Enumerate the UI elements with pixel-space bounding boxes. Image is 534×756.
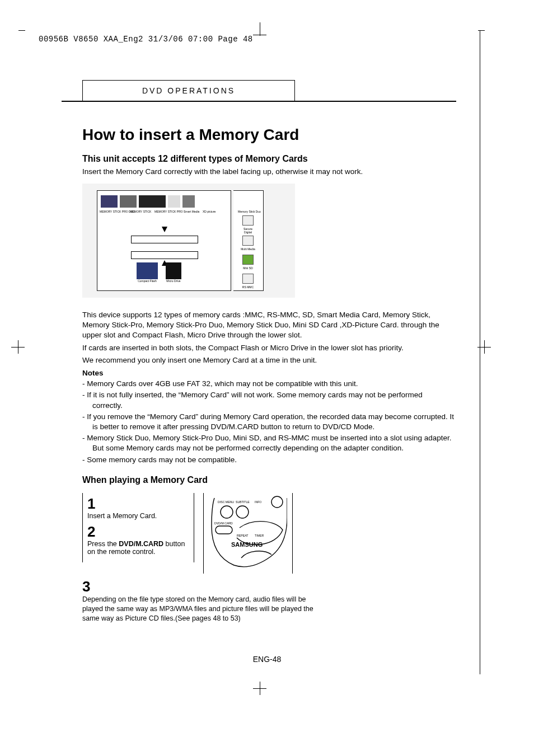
note-item: Memory Cards over 4GB use FAT 32, which … — [82, 379, 455, 389]
card-icon — [168, 195, 180, 208]
arrow-down-icon — [162, 227, 167, 232]
card-label: MEMORY STICK PRO — [154, 210, 183, 213]
notes-heading: Notes — [82, 369, 455, 377]
memory-card-slots-figure: MEMORY STICK PRO DUO MEMORY STICK MEMORY… — [82, 184, 295, 298]
section-tab-label: DVD OPERATIONS — [142, 86, 235, 95]
upper-slot — [131, 236, 198, 243]
remote-label-info: INFO — [255, 500, 261, 504]
card-label: Mini SD — [243, 266, 253, 270]
card-label: XD picture — [203, 210, 216, 213]
play-heading: When playing a Memory Card — [82, 475, 455, 485]
steps-12-box: 1 Insert a Memory Card. 2 Press the DVD/… — [82, 493, 194, 562]
note-item: If it is not fully inserted, the “Memory… — [82, 390, 455, 410]
svg-point-1 — [221, 506, 233, 518]
section-divider — [62, 101, 456, 102]
body-paragraph: We recommend you only insert one Memory … — [82, 355, 455, 365]
lower-slot — [131, 251, 198, 259]
step-2-bold: DVD/M.CARD — [119, 540, 163, 548]
steps-row: 1 Insert a Memory Card. 2 Press the DVD/… — [82, 493, 455, 574]
svg-rect-4 — [216, 526, 232, 534]
slot-panel: MEMORY STICK PRO DUO MEMORY STICK MEMORY… — [97, 190, 231, 291]
step-number-3: 3 — [82, 579, 317, 594]
card-icon-row — [101, 195, 227, 208]
intro-text: Insert the Memory Card correctly with th… — [82, 167, 455, 176]
step-1-text: Insert a Memory Card. — [87, 512, 189, 520]
trim-tick-left — [18, 30, 25, 31]
section-tab: DVD OPERATIONS — [82, 80, 295, 101]
step-number-1: 1 — [87, 496, 189, 511]
micro-drive-icon — [166, 262, 181, 279]
card-label: Micro Drive — [166, 279, 181, 283]
step-2-text: Press the DVD/M.CARD button on the remot… — [87, 540, 189, 556]
mmc-card-icon — [242, 236, 254, 246]
card-label: Multi Media — [241, 247, 255, 251]
card-label: Smart Media — [184, 210, 199, 213]
page-content: How to insert a Memory Card This unit ac… — [82, 126, 455, 623]
step-3-text: Depending on the file type stored on the… — [82, 595, 317, 623]
prepress-header: 00956B V8650 XAA_Eng2 31/3/06 07:00 Page… — [39, 35, 253, 44]
minisd-card-icon — [242, 255, 254, 265]
crop-mark-top — [253, 28, 268, 43]
body-paragraph: If cards are inserted in both slots, the… — [82, 343, 455, 353]
remote-illustration: DISC MENU SUBTITLE INFO DVD/M.CARD REPEA… — [209, 495, 287, 568]
svg-point-3 — [271, 496, 283, 508]
card-label: Memory Stick Duo — [238, 210, 261, 213]
body-paragraph: This device supports 12 types of memory … — [82, 310, 455, 341]
card-icon — [101, 195, 118, 208]
card-icon — [120, 195, 137, 208]
remote-label-brand: SAMSUNG — [231, 541, 263, 548]
step-2-pre: Press the — [87, 540, 119, 548]
card-label: RS MMC — [242, 285, 254, 289]
note-item: Memory Stick Duo, Memory Stick-Pro Duo, … — [82, 433, 455, 453]
card-label: MEMORY STICK — [130, 210, 151, 213]
subheading: This unit accepts 12 different types of … — [82, 154, 455, 164]
side-card-list: Memory Stick Duo Secure Digital Multi Me… — [233, 190, 264, 291]
step-3-block: 3 Depending on the file type stored on t… — [82, 579, 317, 623]
bottom-card-row: Compact Flash Micro Drive — [137, 262, 181, 283]
remote-label-timer: TIMER — [255, 534, 264, 537]
trim-rule-right — [480, 31, 480, 674]
sd-card-icon — [242, 215, 254, 226]
card-icon — [182, 195, 195, 208]
page-number: ENG-48 — [0, 655, 534, 664]
remote-illustration-box: DISC MENU SUBTITLE INFO DVD/M.CARD REPEA… — [203, 493, 293, 574]
note-item: Some memory cards may not be compatible. — [82, 455, 455, 465]
page-title: How to insert a Memory Card — [82, 126, 455, 144]
remote-label-repeat: REPEAT — [237, 534, 249, 537]
remote-label-disc-menu: DISC MENU — [218, 500, 234, 504]
crop-mark-bottom — [253, 683, 268, 697]
compact-flash-icon — [137, 262, 158, 279]
note-item: If you remove the “Memory Card” during M… — [82, 412, 455, 432]
trim-tick-right — [478, 30, 485, 31]
remote-label-dvdmcard: DVD/M.CARD — [214, 522, 233, 525]
card-label: Compact Flash — [137, 279, 158, 283]
rsmmc-card-icon — [242, 274, 254, 284]
card-icon — [139, 195, 166, 208]
step-number-2: 2 — [87, 524, 189, 539]
notes-list: Memory Cards over 4GB use FAT 32, which … — [82, 379, 455, 465]
card-label: Secure Digital — [240, 227, 256, 234]
remote-label-subtitle: SUBTITLE — [236, 500, 250, 504]
crop-mark-left — [11, 341, 26, 356]
svg-point-2 — [236, 506, 249, 518]
